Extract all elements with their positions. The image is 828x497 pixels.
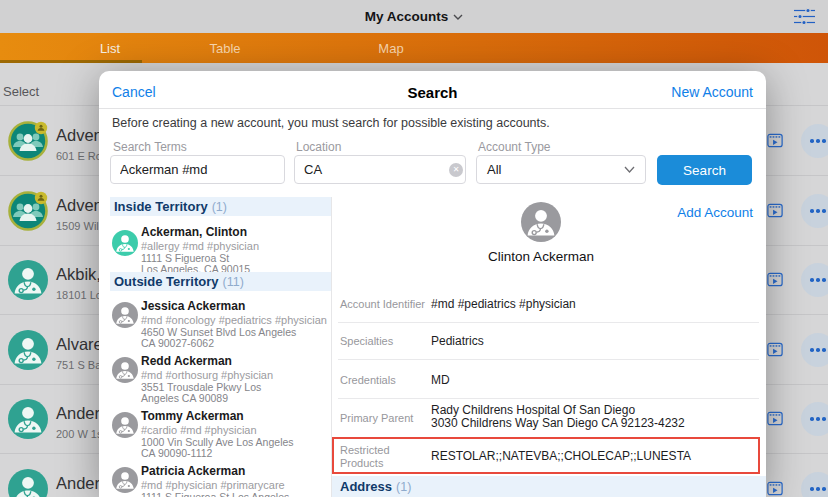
detail-value: MD (431, 374, 450, 387)
location-input[interactable] (294, 155, 466, 184)
doctor-avatar (112, 412, 138, 438)
page-title: My Accounts (365, 9, 449, 24)
detail-label: Restricted Products (340, 444, 402, 469)
chevron-down-icon (624, 166, 635, 173)
detail-label: Primary Parent (340, 412, 413, 425)
account-name: Adven (56, 196, 103, 215)
more-actions-button[interactable] (801, 124, 828, 158)
account-name: Ander (56, 474, 100, 493)
result-address: CA 90027-6062 (141, 337, 214, 349)
detail-value: #md #pediatrics #physician (431, 298, 576, 311)
media-presentation-icon[interactable] (767, 481, 783, 496)
more-actions-button[interactable] (801, 472, 828, 497)
page-title-dropdown[interactable]: My Accounts (0, 0, 828, 33)
doctor-avatar (8, 399, 48, 439)
result-tags: #allergy #md #physician (141, 240, 259, 252)
tab-table[interactable]: Table (209, 41, 240, 56)
group-account-avatar (8, 191, 48, 231)
account-name: Adven (56, 126, 103, 145)
select-column-header: Select (3, 84, 39, 99)
divider (338, 359, 759, 360)
search-terms-input[interactable] (110, 155, 285, 184)
section-title: Outside Territory (114, 274, 219, 289)
detail-value: RESTOLAR;;NATEVBA;;CHOLECAP;;LUNESTA (431, 450, 691, 463)
result-tags: #cardio #md #physician (141, 424, 257, 436)
add-account-button[interactable]: Add Account (677, 205, 753, 220)
filter-sliders-icon[interactable] (793, 7, 816, 26)
location-label: Location (296, 140, 341, 154)
search-instruction: Before creating a new account, you must … (112, 116, 550, 130)
result-tags: #md #oncology #pediatrics #physician (141, 314, 327, 326)
doctor-avatar (8, 330, 48, 370)
modal-title: Search (99, 84, 766, 101)
account-name: Alvare (56, 335, 103, 354)
account-type-label: Account Type (478, 140, 551, 154)
media-presentation-icon[interactable] (767, 133, 783, 148)
divider (338, 398, 759, 399)
account-address: 601 E Rol (56, 150, 104, 162)
detail-label: Credentials (340, 374, 396, 387)
active-tab-underline (0, 60, 142, 63)
divider (338, 322, 759, 323)
search-terms-label: Search Terms (113, 140, 187, 154)
account-type-select[interactable]: All (476, 155, 646, 184)
search-modal: Cancel Search New Account Before creatin… (99, 71, 766, 497)
doctor-avatar (112, 357, 138, 383)
section-title: Address (340, 479, 392, 494)
top-navigation-bar: My Accounts (0, 0, 828, 33)
detail-label: Account Identifier (340, 298, 425, 311)
result-name: Jessica Ackerman (141, 299, 245, 313)
doctor-avatar (8, 260, 48, 300)
detail-value: 3030 Childrens Way San Diego CA 92123-42… (431, 417, 685, 430)
account-name: Ander (56, 404, 100, 423)
result-address: CA 90090-1112 (141, 447, 212, 459)
result-address: 1111 S Figueroa St Los Angeles (141, 491, 289, 497)
view-tabbar: List Table Map (0, 33, 828, 63)
result-tags: #md #orthosurg #physician (141, 369, 273, 381)
my-accounts-screen: My Accounts List Table Map Select (0, 0, 828, 497)
account-type-value: All (487, 162, 501, 177)
new-account-button[interactable]: New Account (671, 84, 753, 100)
result-name: Tommy Ackerman (141, 409, 244, 423)
search-button[interactable]: Search (657, 155, 752, 185)
media-presentation-icon[interactable] (767, 203, 783, 218)
section-count: (1) (212, 200, 227, 214)
account-address: 200 W 1s (56, 428, 102, 440)
doctor-avatar (112, 302, 138, 328)
tab-list[interactable]: List (100, 41, 120, 56)
result-tags: #md #physician #primarycare (141, 479, 285, 491)
clear-location-icon[interactable]: ✕ (449, 163, 463, 177)
detail-account-name: Clinton Ackerman (341, 249, 741, 264)
chevron-down-icon (453, 14, 463, 20)
address-section-header: Address (1) (332, 476, 766, 497)
tab-map[interactable]: Map (378, 41, 403, 56)
detail-value: Pediatrics (431, 335, 484, 348)
result-name: Ackerman, Clinton (141, 225, 247, 239)
detail-value: Rady Childrens Hospital Of San Diego (431, 404, 635, 417)
doctor-avatar (112, 230, 138, 256)
account-address: 1509 Wil (56, 220, 99, 232)
section-count: (1) (396, 480, 411, 494)
account-name: Akbik, (56, 265, 101, 284)
doctor-avatar (8, 469, 48, 497)
more-actions-button[interactable] (801, 194, 828, 228)
outside-territory-header: Outside Territory (11) (110, 272, 331, 291)
group-account-avatar (8, 121, 48, 161)
detail-label: Specialties (340, 335, 393, 348)
more-actions-button[interactable] (801, 333, 828, 367)
media-presentation-icon[interactable] (767, 342, 783, 357)
result-name: Patricia Ackerman (141, 464, 245, 478)
section-count: (11) (223, 275, 244, 289)
inside-territory-header: Inside Territory (1) (110, 197, 331, 216)
media-presentation-icon[interactable] (767, 411, 783, 426)
more-actions-button[interactable] (801, 402, 828, 436)
doctor-avatar-large (521, 202, 561, 242)
more-actions-button[interactable] (801, 263, 828, 297)
result-name: Redd Ackerman (141, 354, 232, 368)
divider (99, 108, 766, 109)
media-presentation-icon[interactable] (767, 272, 783, 287)
section-title: Inside Territory (114, 199, 208, 214)
doctor-avatar (112, 467, 138, 493)
result-address: Angeles CA 90089 (141, 392, 228, 404)
